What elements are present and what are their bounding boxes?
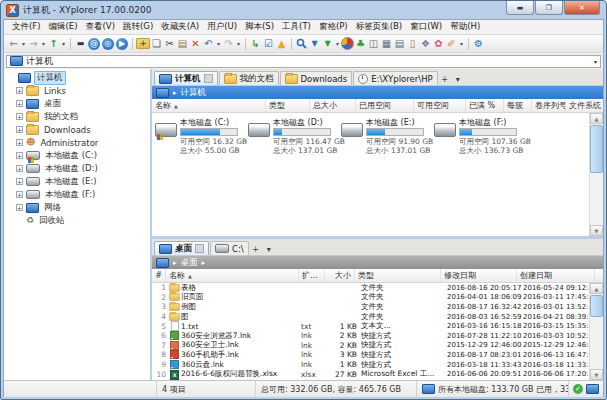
tree-item-computer[interactable]: 计算机 bbox=[4, 71, 150, 84]
dual-pane-button[interactable]: ◫ bbox=[367, 36, 380, 51]
undo-dropdown-icon[interactable]: ▾ bbox=[215, 36, 222, 51]
tree-item-desktop[interactable]: 桌面 bbox=[4, 97, 150, 110]
drive-tile-d[interactable]: 本地磁盘 (D:) 可用空间 116.47 GB 总大小 137.01 GB bbox=[248, 118, 341, 155]
menu-edit[interactable]: 编辑(E) bbox=[45, 20, 82, 34]
filter-dropdown-icon[interactable]: ▾ bbox=[334, 36, 341, 51]
scroll-down-icon[interactable]: ▼ bbox=[590, 369, 603, 380]
table-row[interactable]: 3例图文件夹2016-08-17 16:32:422016-03-01 13:5… bbox=[152, 302, 589, 312]
favorites-button[interactable]: ▲ bbox=[275, 36, 288, 51]
column-percent-full[interactable]: 已满 % bbox=[466, 99, 504, 112]
details-view-button[interactable]: ▤ bbox=[393, 36, 406, 51]
minimize-tree-button[interactable]: ▬ bbox=[74, 36, 87, 51]
forward-dropdown-icon[interactable]: ▾ bbox=[40, 36, 47, 51]
expander-icon[interactable] bbox=[16, 139, 23, 146]
tree-item-drive-f[interactable]: 本地磁盘 (F:) bbox=[4, 188, 150, 201]
menu-window[interactable]: 窗口(W) bbox=[406, 20, 446, 34]
tree-item-drive-d[interactable]: 本地磁盘 (D:) bbox=[4, 162, 150, 175]
show-tree-button[interactable]: ↳ bbox=[249, 36, 262, 51]
expander-icon[interactable] bbox=[16, 204, 23, 211]
table-row[interactable]: 10X2016-6-6版权问题替换.xlsxxlsx27 KBMicrosoft… bbox=[152, 369, 589, 379]
scroll-down-icon[interactable]: ▼ bbox=[590, 225, 603, 236]
expander-icon[interactable] bbox=[16, 87, 23, 94]
copy-button[interactable]: ❏ bbox=[150, 36, 163, 51]
ok-check-icon[interactable]: ✓ bbox=[573, 384, 583, 394]
quick-filter-button[interactable]: ▼ bbox=[321, 36, 334, 51]
checkbox-mode-button[interactable]: ☑ bbox=[262, 36, 275, 51]
pane-2-scrollbar[interactable]: ▲ ▼ bbox=[589, 283, 603, 380]
address-input[interactable]: 计算机 ▾ bbox=[6, 55, 601, 68]
pane-1-scrollbar[interactable]: ▲ ▼ bbox=[589, 113, 603, 236]
cleanup-dropdown-icon[interactable]: ▾ bbox=[458, 36, 465, 51]
expander-icon[interactable] bbox=[16, 191, 23, 198]
table-row[interactable]: 7360安全卫士.lnklnk2 KB快捷方式2015-12-29 12:46:… bbox=[152, 341, 589, 351]
tiles-view-button[interactable]: ▦ bbox=[380, 36, 393, 51]
tree-item-downloads[interactable]: Downloads bbox=[4, 123, 150, 136]
scroll-up-icon[interactable]: ▲ bbox=[590, 283, 603, 294]
new-tab-button[interactable]: + bbox=[250, 243, 262, 255]
column-type[interactable]: 类型 bbox=[355, 269, 441, 282]
column-index[interactable]: # bbox=[152, 269, 166, 282]
table-row[interactable]: 1表格文件夹2016-08-16 20:05:172016-05-24 09:1… bbox=[152, 283, 589, 293]
column-free-space[interactable]: 可用空间 bbox=[414, 99, 466, 112]
scroll-up-icon[interactable]: ▲ bbox=[590, 113, 603, 124]
back-button[interactable]: ← bbox=[7, 36, 20, 51]
up-dropdown-icon[interactable]: ▾ bbox=[60, 36, 67, 51]
table-row[interactable]: 4图文件夹2016-08-03 16:52:592016-04-21 08:39… bbox=[152, 312, 589, 322]
column-size[interactable]: 大小 bbox=[325, 269, 355, 282]
column-serial[interactable]: 卷序列号 bbox=[532, 99, 566, 112]
expander-icon[interactable] bbox=[16, 100, 23, 107]
search-button[interactable] bbox=[295, 36, 308, 51]
tree-item-network[interactable]: 网络 bbox=[4, 201, 150, 214]
tab-drive-c[interactable]: C:\ bbox=[210, 241, 249, 255]
menu-favorites[interactable]: 收藏夹(A) bbox=[157, 20, 203, 34]
cut-button[interactable]: ✂ bbox=[163, 36, 176, 51]
table-row[interactable]: 51.txttxt1 KB文本文...2016-03-16 16:15:1820… bbox=[152, 321, 589, 331]
tab-list-button[interactable]: ▾ bbox=[452, 73, 464, 85]
redo-button[interactable]: ↷ bbox=[222, 36, 235, 51]
column-created[interactable]: 创建日期 bbox=[517, 269, 595, 282]
tab-documents[interactable]: 我的文档 bbox=[219, 71, 279, 85]
zoom-button[interactable]: ◎ bbox=[102, 38, 114, 50]
delete-button[interactable]: ✕ bbox=[189, 36, 202, 51]
column-cluster[interactable]: 每簇 bbox=[504, 99, 532, 112]
table-row[interactable]: 9360云盘.lnklnk1 KB快捷方式2016-03-18 11:33:43… bbox=[152, 360, 589, 370]
column-filesystem[interactable]: 文件系统 bbox=[566, 99, 603, 112]
tags-button[interactable]: ❖ bbox=[419, 36, 432, 51]
scrollbar-thumb[interactable] bbox=[590, 295, 603, 317]
menu-scripting[interactable]: 脚本(S) bbox=[241, 20, 278, 34]
menu-tools[interactable]: 工具(T) bbox=[278, 20, 315, 34]
undo-button[interactable]: ↶ bbox=[202, 36, 215, 51]
column-total-size[interactable]: 总大小 bbox=[310, 99, 356, 112]
tab-xyplorer-hp[interactable]: E:\XYplorer\HP bbox=[353, 71, 437, 85]
column-name[interactable]: 名称 bbox=[152, 99, 266, 112]
forward-button[interactable]: → bbox=[27, 36, 40, 51]
new-folder-button[interactable]: + bbox=[136, 38, 150, 49]
menu-panes[interactable]: 窗格(P) bbox=[315, 20, 352, 34]
tree-item-drive-e[interactable]: 本地磁盘 (E:) bbox=[4, 175, 150, 188]
redo-dropdown-icon[interactable]: ▾ bbox=[235, 36, 242, 51]
tab-downloads[interactable]: Downloads bbox=[280, 71, 353, 85]
column-type[interactable]: 类型 bbox=[266, 99, 310, 112]
pane-1-breadcrumb[interactable]: ▸ 计算机 bbox=[152, 86, 603, 99]
statistics-button[interactable] bbox=[341, 36, 354, 51]
expander-icon[interactable] bbox=[16, 126, 23, 133]
tree-item-recycle-bin[interactable]: ♻回收站 bbox=[4, 214, 150, 227]
pane-2-breadcrumb[interactable]: ▸ 桌面 ▸ bbox=[152, 256, 603, 269]
menu-user[interactable]: 用户(U) bbox=[203, 20, 241, 34]
monitor-icon[interactable] bbox=[586, 384, 599, 394]
tab-list-button[interactable]: ▾ bbox=[263, 243, 275, 255]
up-button[interactable]: ↑ bbox=[47, 36, 60, 51]
settings-button[interactable]: ⚙ bbox=[472, 36, 485, 51]
table-row[interactable]: 6360安全浏览器7.lnklnk2 KB快捷方式2016-07-28 11:2… bbox=[152, 331, 589, 341]
tree-item-documents[interactable]: 我的文档 bbox=[4, 110, 150, 123]
expander-icon[interactable] bbox=[16, 178, 23, 185]
menu-view[interactable]: 查看(V) bbox=[82, 20, 119, 34]
tree-item-administrator[interactable]: ☻Administrator bbox=[4, 136, 150, 149]
table-row[interactable]: 8360手机助手.lnklnk3 KB快捷方式2016-08-17 08:23:… bbox=[152, 350, 589, 360]
menu-file[interactable]: 文件(F) bbox=[8, 20, 45, 34]
new-tab-button[interactable]: + bbox=[439, 73, 451, 85]
hotlist-button[interactable]: @ bbox=[88, 38, 100, 50]
filter-button[interactable]: ▼ bbox=[308, 36, 321, 51]
scrollbar-thumb[interactable] bbox=[590, 125, 603, 173]
table-row[interactable]: 2旧页面文件夹2016-04-01 18:06:092016-03-11 17:… bbox=[152, 293, 589, 303]
